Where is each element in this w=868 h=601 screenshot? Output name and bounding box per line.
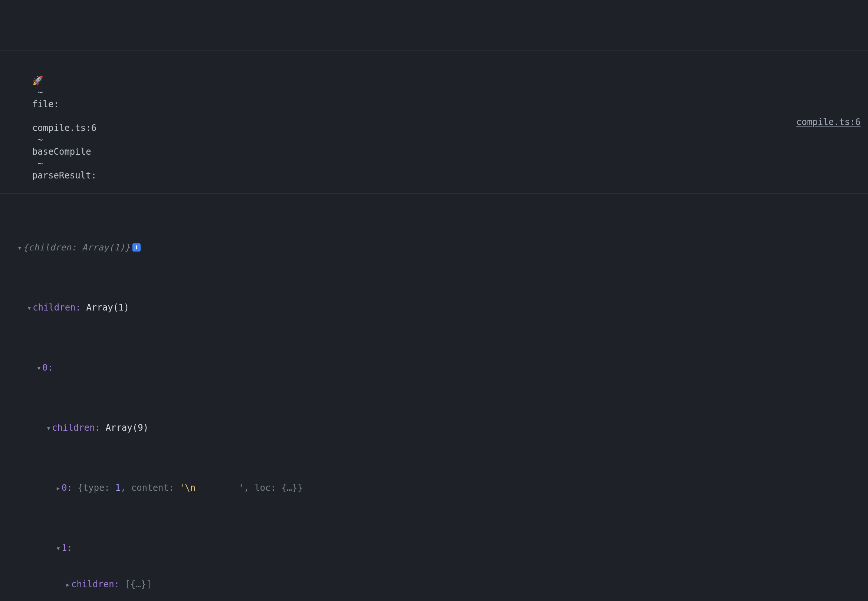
- info-icon[interactable]: i: [132, 243, 140, 252]
- tree-row[interactable]: children: [{…}]: [0, 578, 868, 590]
- file-label: file:: [32, 99, 59, 110]
- tree-row[interactable]: 0: {type: 1, content: '\n ', loc: {…}}: [0, 482, 868, 494]
- property-key: children:: [33, 302, 81, 313]
- property-value: Array(9): [106, 422, 149, 434]
- tree-row[interactable]: children: Array(1): [0, 301, 868, 314]
- expand-toggle-icon[interactable]: [64, 578, 71, 590]
- expand-toggle-icon[interactable]: [55, 482, 62, 494]
- file-path: compile.ts:6: [32, 123, 96, 133]
- property-key: 0:: [62, 482, 72, 494]
- console-panel: 🚀 ~ file: compile.ts:6 ~ baseCompile ~ p…: [0, 0, 868, 601]
- property-key: children:: [71, 578, 119, 590]
- expand-toggle-icon[interactable]: [55, 542, 62, 554]
- fn-name-1: baseCompile: [32, 146, 91, 157]
- source-link[interactable]: compile.ts:6: [796, 117, 868, 127]
- expand-toggle-icon[interactable]: [36, 362, 42, 374]
- property-key: children:: [52, 422, 100, 434]
- expand-toggle-icon[interactable]: [16, 241, 23, 254]
- tree-row[interactable]: children: Array(9): [0, 421, 868, 434]
- property-key: 0:: [42, 362, 53, 374]
- tree-row[interactable]: {children: Array(1)} i: [0, 241, 868, 254]
- expand-toggle-icon[interactable]: [45, 421, 52, 434]
- tree-row[interactable]: 1:: [0, 542, 868, 554]
- rocket-icon: 🚀: [32, 75, 43, 86]
- property-key: 1:: [62, 542, 72, 554]
- log-header-row: 🚀 ~ file: compile.ts:6 ~ baseCompile ~ p…: [0, 50, 868, 194]
- object-summary: {children: Array(1)}: [23, 241, 130, 253]
- fn-name-2: parseResult:: [32, 170, 96, 181]
- property-value: Array(1): [87, 302, 129, 313]
- expand-toggle-icon[interactable]: [26, 301, 33, 314]
- tree-row[interactable]: 0:: [0, 362, 868, 374]
